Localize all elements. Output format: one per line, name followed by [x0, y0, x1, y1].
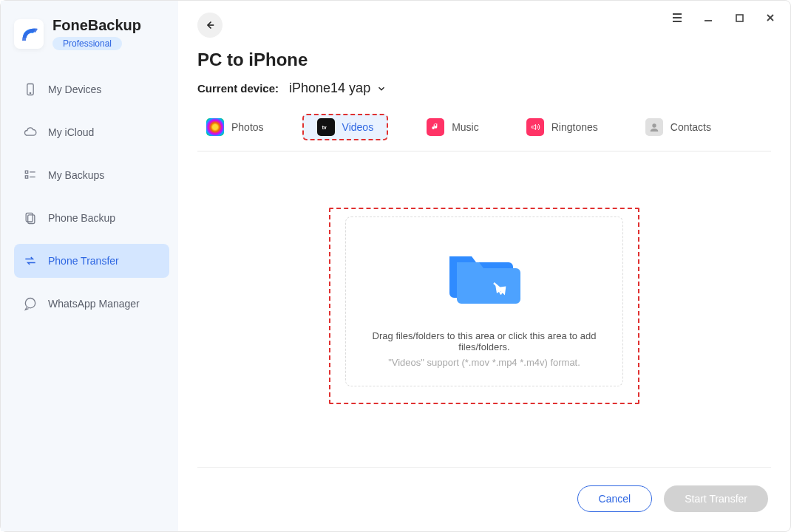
drop-area-wrap: Drag files/folders to this area or click… — [197, 151, 771, 468]
drop-message: Drag files/folders to this area or click… — [346, 330, 622, 352]
category-label: Photos — [231, 121, 264, 133]
contacts-icon — [645, 118, 663, 136]
ringtones-icon — [526, 118, 544, 136]
music-icon — [427, 118, 444, 136]
footer-buttons: Cancel Start Transfer — [197, 480, 771, 516]
category-label: Ringtones — [551, 121, 598, 133]
drop-hint: "Videos" support (*.mov *.mp4 *.m4v) for… — [388, 357, 580, 368]
maximize-icon — [735, 13, 744, 23]
category-tab-videos[interactable]: tv Videos — [302, 114, 389, 140]
close-icon — [765, 13, 775, 23]
minimize-button[interactable] — [702, 11, 715, 24]
cloud-icon — [23, 125, 38, 140]
window-controls — [671, 11, 777, 24]
sidebar-item-label: Phone Backup — [48, 212, 115, 224]
sidebar-item-label: My Backups — [48, 169, 104, 181]
phone-icon — [23, 82, 38, 97]
app-window: FoneBackup Professional My Devices My iC… — [0, 0, 791, 532]
svg-point-8 — [25, 299, 35, 308]
videos-icon: tv — [317, 118, 335, 136]
list-icon — [23, 168, 38, 183]
brand-text: FoneBackup Professional — [52, 17, 141, 50]
sidebar-item-label: WhatsApp Manager — [48, 298, 140, 310]
minimize-icon — [703, 13, 713, 23]
start-transfer-button[interactable]: Start Transfer — [664, 485, 768, 512]
sidebar-item-my-icloud[interactable]: My iCloud — [14, 115, 169, 149]
category-label: Contacts — [671, 121, 711, 133]
sidebar-item-label: My iCloud — [48, 126, 94, 138]
brand-logo — [14, 19, 44, 49]
sidebar-item-my-backups[interactable]: My Backups — [14, 158, 169, 192]
menu-button[interactable] — [671, 11, 684, 24]
brand-badge: Professional — [52, 37, 122, 50]
svg-rect-3 — [25, 176, 27, 178]
arrow-left-icon — [203, 18, 217, 32]
svg-point-1 — [30, 92, 30, 93]
svg-rect-2 — [25, 171, 27, 173]
brand-title: FoneBackup — [52, 17, 141, 34]
sidebar-nav: My Devices My iCloud My Backups Phone Ba… — [14, 72, 169, 330]
svg-rect-10 — [736, 15, 743, 21]
category-tab-contacts[interactable]: Contacts — [636, 114, 720, 140]
sidebar-item-label: My Devices — [48, 83, 101, 95]
device-select[interactable]: iPhone14 yap — [289, 81, 387, 96]
menu-icon — [671, 12, 683, 24]
sidebar: FoneBackup Professional My Devices My iC… — [1, 1, 178, 531]
sidebar-item-label: Phone Transfer — [48, 255, 119, 267]
category-tabs: Photos tv Videos Music Ringtones — [197, 114, 771, 151]
svg-point-13 — [652, 123, 656, 127]
svg-text:tv: tv — [322, 125, 326, 130]
device-row: Current device: iPhone14 yap — [197, 81, 771, 96]
device-name: iPhone14 yap — [289, 81, 370, 96]
brand-block: FoneBackup Professional — [14, 17, 169, 50]
sidebar-item-phone-backup[interactable]: Phone Backup — [14, 201, 169, 235]
sidebar-item-my-devices[interactable]: My Devices — [14, 72, 169, 106]
sidebar-item-phone-transfer[interactable]: Phone Transfer — [14, 244, 169, 278]
backup-icon — [23, 211, 38, 225]
close-button[interactable] — [764, 11, 777, 24]
chevron-down-icon — [376, 83, 387, 94]
chat-icon — [23, 296, 38, 311]
back-button[interactable] — [197, 13, 223, 38]
page-title: PC to iPhone — [197, 50, 771, 70]
photos-icon — [206, 118, 224, 136]
cancel-button[interactable]: Cancel — [577, 485, 653, 512]
svg-rect-6 — [26, 213, 33, 222]
category-tab-music[interactable]: Music — [418, 114, 488, 140]
category-tab-photos[interactable]: Photos — [197, 114, 273, 140]
device-label: Current device: — [197, 82, 279, 95]
drop-zone[interactable]: Drag files/folders to this area or click… — [329, 208, 639, 404]
category-tab-ringtones[interactable]: Ringtones — [517, 114, 607, 140]
fonebackup-logo-icon — [19, 24, 38, 44]
svg-rect-7 — [28, 215, 35, 224]
sidebar-item-whatsapp-manager[interactable]: WhatsApp Manager — [14, 287, 169, 321]
category-label: Music — [452, 121, 479, 133]
category-label: Videos — [342, 121, 374, 133]
main-content: PC to iPhone Current device: iPhone14 ya… — [178, 1, 790, 531]
maximize-button[interactable] — [733, 11, 746, 24]
folder-icon — [444, 242, 525, 311]
transfer-icon — [23, 253, 38, 268]
